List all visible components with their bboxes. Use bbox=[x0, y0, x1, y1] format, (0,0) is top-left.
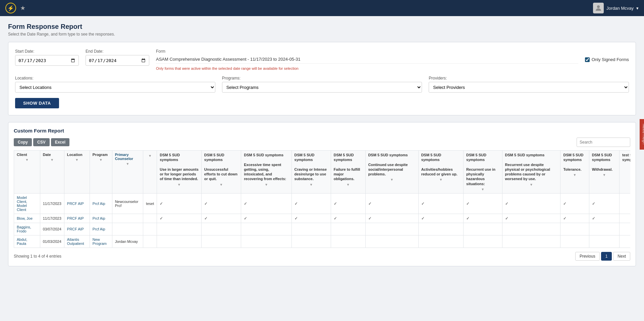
col-dsm1-filter-icon[interactable]: ▼ bbox=[177, 183, 181, 186]
cell-program[interactable]: Prcf Aip bbox=[90, 214, 112, 223]
favorites-star-icon[interactable]: ★ bbox=[20, 4, 25, 12]
cell-program[interactable]: Prcf Aip bbox=[90, 194, 112, 214]
cell-client[interactable]: Abdul, Paula bbox=[14, 235, 40, 248]
cell-dsm8: ✓ bbox=[464, 194, 502, 214]
start-date-input[interactable] bbox=[15, 55, 79, 66]
cell-location[interactable]: PRCF AIP bbox=[64, 223, 90, 235]
cell-dsm9: ✓ bbox=[502, 194, 560, 214]
col-dsm1: DSM 5 SUD symptomsUse in larger amounts … bbox=[157, 151, 202, 194]
col-blank: ▼ bbox=[143, 151, 157, 194]
end-date-input[interactable] bbox=[86, 55, 149, 66]
cell-test-dsm bbox=[620, 235, 630, 248]
cell-location[interactable]: PRCF AIP bbox=[64, 214, 90, 223]
form-label: Form bbox=[156, 49, 578, 54]
cell-dsm5 bbox=[331, 235, 365, 248]
cell-dsm2: ✓ bbox=[201, 194, 241, 214]
page-content: Form Response Report Select the Date Ran… bbox=[0, 16, 644, 273]
cell-col6: teset bbox=[143, 194, 157, 214]
start-date-group: Start Date: bbox=[15, 49, 79, 66]
col-counselor-filter-icon[interactable]: ▼ bbox=[126, 162, 129, 166]
col-blank-filter-icon[interactable]: ▼ bbox=[148, 154, 152, 158]
col-dsm2-filter-icon[interactable]: ▼ bbox=[220, 183, 223, 186]
cell-location[interactable]: Atlantis Outpatient bbox=[64, 235, 90, 248]
need-help-tab[interactable]: Need Help? bbox=[640, 119, 644, 149]
csv-button[interactable]: CSV bbox=[33, 138, 50, 146]
providers-select[interactable]: Select Providers bbox=[429, 82, 629, 93]
cell-dsm10 bbox=[560, 235, 589, 248]
need-help-label: Need Help? bbox=[642, 123, 644, 145]
app-logo[interactable]: ⚡ bbox=[5, 3, 16, 13]
cell-dsm2 bbox=[201, 223, 241, 235]
report-table: Client ▼ Date ▼ Location ▼ Program bbox=[14, 150, 630, 248]
cell-dsm11: ✓ bbox=[589, 194, 619, 214]
cell-client[interactable]: Baggins, Frodo bbox=[14, 223, 40, 235]
cell-col6 bbox=[143, 214, 157, 223]
nav-left: ⚡ ★ bbox=[5, 3, 25, 13]
programs-label: Programs: bbox=[222, 76, 422, 81]
cell-location[interactable]: PRCF AIP bbox=[64, 194, 90, 214]
col-dsm4-filter-icon[interactable]: ▼ bbox=[310, 183, 313, 186]
cell-dsm11 bbox=[589, 235, 619, 248]
cell-dsm7: ✓ bbox=[418, 214, 463, 223]
cell-program[interactable]: New Program bbox=[90, 235, 112, 248]
form-warning: Only forms that were active within the s… bbox=[156, 66, 578, 70]
table-row: Blow, Joe 11/17/2023 PRCF AIP Prcf Aip ✓… bbox=[14, 214, 631, 223]
cell-counselor: Newcounselor Prcf bbox=[112, 194, 143, 214]
cell-dsm8 bbox=[464, 235, 502, 248]
locations-group: Locations: Select Locations bbox=[15, 76, 215, 93]
cell-date: 03/07/2024 bbox=[40, 223, 64, 235]
pagination-row: Showing 1 to 4 of 4 entries Previous 1 N… bbox=[14, 252, 630, 261]
cell-program[interactable]: Prcf Aip bbox=[90, 223, 112, 235]
col-program: Program ▼ bbox=[90, 151, 112, 194]
cell-dsm1: ✓ bbox=[157, 214, 202, 223]
pagination-controls: Previous 1 Next bbox=[575, 252, 630, 261]
col-dsm9: DSM 5 SUD symptomsRecurrent use despite … bbox=[502, 151, 560, 194]
search-input[interactable] bbox=[577, 138, 630, 147]
cell-dsm8 bbox=[464, 223, 502, 235]
col-dsm6-filter-icon[interactable]: ▼ bbox=[390, 178, 393, 181]
col-dsm11-filter-icon[interactable]: ▼ bbox=[602, 173, 606, 177]
export-buttons: Copy CSV Excel bbox=[14, 138, 69, 146]
cell-client[interactable]: Model Client, Model Client bbox=[14, 194, 40, 214]
copy-button[interactable]: Copy bbox=[14, 138, 32, 146]
page-1-button[interactable]: 1 bbox=[601, 252, 612, 261]
programs-select[interactable]: Select Programs bbox=[222, 82, 422, 93]
cell-counselor: Jordan Mcvay bbox=[112, 235, 143, 248]
cell-test-dsm bbox=[620, 223, 630, 235]
cell-dsm9: ✓ bbox=[502, 214, 560, 223]
col-dsm9-filter-icon[interactable]: ▼ bbox=[530, 183, 533, 186]
cell-dsm7 bbox=[418, 235, 463, 248]
user-menu[interactable]: Jordan Mcvay ▾ bbox=[593, 3, 639, 13]
col-test-dsm: test for DSM 5 symptoms1.0 bbox=[620, 151, 630, 194]
cell-dsm3: ✓ bbox=[241, 214, 291, 223]
cell-dsm11 bbox=[589, 223, 619, 235]
col-client-filter-icon[interactable]: ▼ bbox=[25, 158, 29, 162]
cell-client[interactable]: Blow, Joe bbox=[14, 214, 40, 223]
col-location-filter-icon[interactable]: ▼ bbox=[75, 158, 78, 162]
user-dropdown-icon: ▾ bbox=[636, 6, 639, 11]
locations-label: Locations: bbox=[15, 76, 215, 81]
next-button[interactable]: Next bbox=[613, 252, 630, 261]
start-date-label: Start Date: bbox=[15, 49, 79, 54]
col-dsm10-filter-icon[interactable]: ▼ bbox=[573, 173, 577, 177]
locations-select[interactable]: Select Locations bbox=[15, 82, 215, 93]
toolbar-row: Copy CSV Excel bbox=[14, 138, 630, 147]
excel-button[interactable]: Excel bbox=[51, 138, 69, 146]
show-data-button[interactable]: SHOW DATA bbox=[15, 98, 59, 108]
col-dsm8-filter-icon[interactable]: ▼ bbox=[481, 188, 484, 191]
cell-counselor bbox=[112, 223, 143, 235]
cell-dsm3 bbox=[241, 223, 291, 235]
col-date-filter-icon[interactable]: ▼ bbox=[50, 158, 54, 162]
filter-card: Start Date: End Date: Form ASAM Comprehe… bbox=[8, 42, 636, 115]
col-dsm3-filter-icon[interactable]: ▼ bbox=[265, 183, 268, 186]
previous-button[interactable]: Previous bbox=[575, 252, 600, 261]
col-dsm5-filter-icon[interactable]: ▼ bbox=[346, 183, 350, 186]
cell-test-dsm bbox=[620, 194, 630, 214]
col-program-filter-icon[interactable]: ▼ bbox=[99, 158, 103, 162]
cell-dsm7: ✓ bbox=[418, 194, 463, 214]
only-signed-checkbox[interactable] bbox=[585, 57, 590, 62]
col-dsm7-filter-icon[interactable]: ▼ bbox=[439, 178, 442, 181]
filter-row-1: Start Date: End Date: Form ASAM Comprehe… bbox=[15, 49, 629, 70]
col-dsm4: DSM 5 SUD symptomsCraving or Intense des… bbox=[291, 151, 331, 194]
cell-dsm4 bbox=[291, 235, 331, 248]
